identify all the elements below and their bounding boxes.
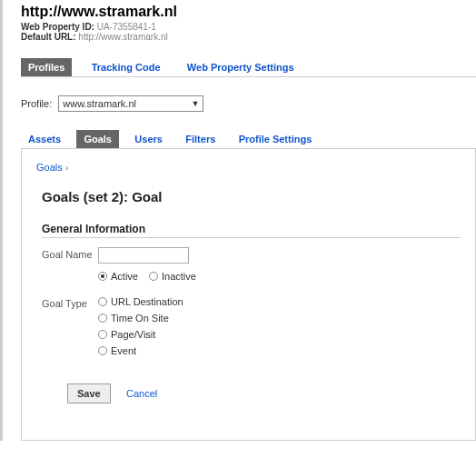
subtab-goals[interactable]: Goals (76, 130, 119, 148)
web-property-id-label: Web Property ID: (21, 22, 94, 32)
subtab-profile-settings[interactable]: Profile Settings (232, 130, 320, 148)
radio-icon (98, 330, 107, 339)
default-url-value: http://www.stramark.nl (78, 32, 167, 42)
web-property-id-value: UA-7355841-1 (97, 22, 156, 32)
subtab-filters[interactable]: Filters (178, 130, 223, 148)
subtab-assets[interactable]: Assets (21, 130, 68, 148)
radio-page-visit-label: Page/Visit (111, 329, 155, 340)
profile-select[interactable]: www.stramark.nl ▼ (58, 95, 203, 112)
cancel-link[interactable]: Cancel (126, 388, 157, 399)
radio-icon (98, 314, 107, 323)
goal-name-input[interactable] (98, 247, 189, 264)
radio-icon (98, 346, 107, 355)
profile-select-value: www.stramark.nl (63, 98, 136, 109)
radio-time-on-site-label: Time On Site (111, 313, 169, 324)
tab-profiles[interactable]: Profiles (21, 58, 72, 76)
goal-type-label: Goal Type (42, 296, 98, 362)
radio-active-label: Active (111, 271, 138, 282)
breadcrumb-goals-link[interactable]: Goals (36, 162, 63, 173)
profile-label: Profile: (21, 98, 52, 109)
subtab-users[interactable]: Users (127, 130, 170, 148)
radio-icon (149, 272, 158, 281)
radio-event[interactable]: Event (98, 345, 183, 356)
radio-page-visit[interactable]: Page/Visit (98, 329, 183, 340)
radio-time-on-site[interactable]: Time On Site (98, 313, 183, 324)
radio-url-destination[interactable]: URL Destination (98, 296, 183, 307)
goal-name-label: Goal Name (42, 247, 98, 287)
radio-event-label: Event (111, 345, 136, 356)
radio-icon (98, 297, 107, 306)
breadcrumb: Goals › (36, 162, 461, 173)
tab-web-property-settings[interactable]: Web Property Settings (180, 58, 302, 76)
radio-active[interactable]: Active (98, 271, 138, 282)
chevron-down-icon: ▼ (191, 99, 199, 108)
sub-tabs: Assets Goals Users Filters Profile Setti… (21, 130, 476, 149)
radio-icon (98, 272, 107, 281)
section-general-info: General Information (42, 223, 461, 238)
radio-inactive[interactable]: Inactive (149, 271, 196, 282)
radio-url-destination-label: URL Destination (111, 296, 183, 307)
breadcrumb-separator: › (65, 162, 69, 173)
radio-inactive-label: Inactive (162, 271, 196, 282)
main-tabs: Profiles Tracking Code Web Property Sett… (21, 58, 476, 77)
tab-tracking-code[interactable]: Tracking Code (84, 58, 168, 76)
site-title: http://www.stramark.nl (21, 4, 476, 20)
page-title: Goals (set 2): Goal (42, 189, 461, 204)
save-button[interactable]: Save (67, 383, 111, 403)
default-url-label: Default URL: (21, 32, 76, 42)
